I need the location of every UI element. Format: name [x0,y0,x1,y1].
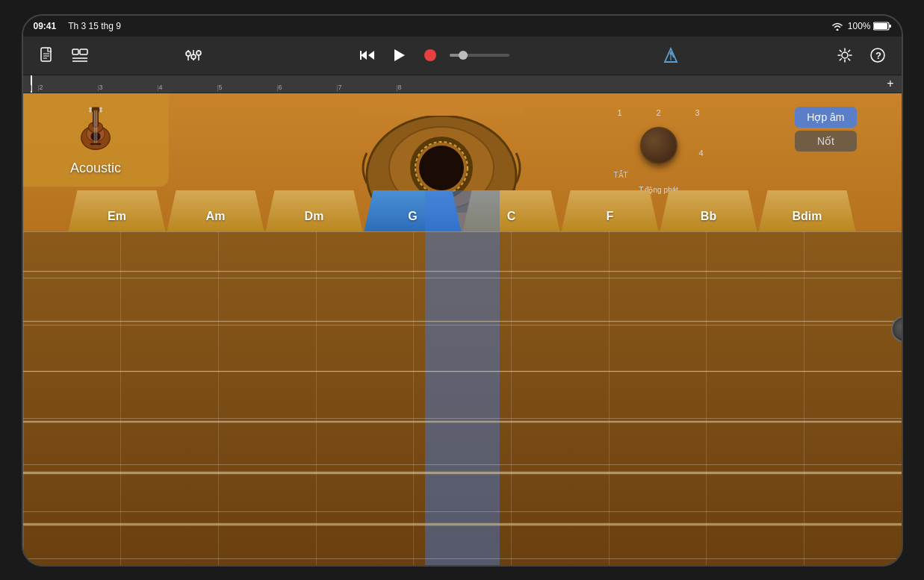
mixer-icon [185,47,202,63]
knob-container: 1 2 3 4 TẮT [610,108,707,183]
string-1 [23,271,902,272]
knob-pos-1: 1 [618,108,622,117]
metronome-button[interactable] [659,43,683,67]
toolbar-left [35,43,92,67]
acoustic-guitar-icon [69,104,122,156]
string-4 [23,421,902,422]
instrument-panel[interactable]: Acoustic [23,93,169,187]
knob-pos-3: 3 [695,108,699,117]
autoplay-section: 1 2 3 4 TẮT T.động phát [610,108,707,194]
string-5 [23,472,902,474]
gear-icon [837,47,853,63]
ruler-mark-5: 5 [217,84,277,91]
knob-off-label: TẮT [614,171,628,179]
svg-point-37 [89,109,92,112]
battery-percent: 100% [848,21,871,31]
toolbar: ? [23,37,902,75]
hop-am-button[interactable]: Hợp âm [795,107,856,128]
svg-rect-42 [90,143,101,145]
svg-point-16 [196,51,201,55]
settings-button[interactable] [833,43,857,67]
knob-pos-2: 2 [656,108,660,117]
battery-icon [873,22,891,31]
rewind-icon [359,47,376,63]
string-6 [23,523,902,526]
string-3 [23,371,902,372]
string-2 [23,321,902,322]
ipad-frame: 09:41 Th 3 15 thg 9 100% [22,14,903,567]
new-song-button[interactable] [35,43,59,67]
ruler-marks: 2 3 4 5 6 7 8 [31,75,456,93]
ruler-mark-4: 4 [158,84,217,91]
svg-point-21 [424,49,436,61]
rewind-button[interactable] [356,43,379,67]
svg-point-26 [842,52,848,58]
ruler-mark-7: 7 [337,84,397,91]
help-icon: ? [869,47,886,63]
status-time: 09:41 [34,21,57,31]
svg-rect-7 [72,49,78,54]
document-icon [39,47,55,63]
instrument-name: Acoustic [70,160,121,176]
svg-point-12 [186,52,190,56]
chord-key-am[interactable]: Am [167,190,265,235]
chord-key-bdim[interactable]: Bdim [758,190,857,235]
guitar-area: Acoustic [23,93,902,565]
svg-marker-20 [394,49,405,61]
svg-point-14 [191,54,196,59]
tracks-button[interactable] [68,43,92,67]
svg-point-36 [99,107,102,110]
chord-key-label: Em [108,210,126,223]
svg-point-46 [419,146,464,190]
chord-note-buttons: Hợp âm Nốt [795,107,856,152]
chord-key-label: Dm [305,210,324,223]
record-button[interactable] [418,43,442,67]
play-icon [391,47,407,63]
svg-point-38 [99,109,102,112]
svg-rect-8 [80,49,87,54]
svg-rect-48 [359,93,524,116]
fretboard [23,231,902,565]
metronome-icon [663,47,679,63]
chord-key-em[interactable]: Em [68,190,167,235]
timeline-ruler: 2 3 4 5 6 7 8 + [23,75,902,93]
autoplay-knob[interactable] [640,127,678,164]
ruler-mark-3: 3 [98,84,158,91]
svg-rect-2 [889,25,891,28]
svg-rect-19 [360,51,362,60]
status-date: Th 3 15 thg 9 [68,21,121,31]
chord-key-label: Bdim [793,210,822,223]
main-content: Acoustic [23,93,902,565]
svg-point-35 [89,107,92,110]
svg-marker-17 [361,51,367,60]
ruler-mark-8: 8 [397,84,456,91]
string-lines [23,231,902,565]
mixer-button[interactable] [182,43,205,67]
battery-indicator: 100% [848,21,891,31]
add-track-button[interactable]: + [887,77,893,90]
transport-progress[interactable] [450,54,509,57]
svg-text:?: ? [875,50,881,61]
play-button[interactable] [387,43,411,67]
chord-key-label: G [408,210,417,223]
chord-key-bb[interactable]: Bb [660,190,758,235]
toolbar-center [356,43,509,67]
tracks-icon [72,47,88,63]
chord-key-label: C [507,210,516,223]
chord-key-label: Am [206,210,226,223]
chord-key-f[interactable]: F [561,190,660,235]
transport-playhead [459,51,468,60]
status-bar: 09:41 Th 3 15 thg 9 100% [23,16,902,37]
not-button[interactable]: Nốt [795,131,856,152]
ruler-mark-2: 2 [38,84,98,91]
ruler-mark-6: 6 [277,84,337,91]
chord-key-label: F [607,210,614,223]
record-icon [422,47,438,63]
svg-rect-3 [41,48,51,61]
status-right: 100% [831,21,891,31]
chord-key-label: Bb [701,210,716,223]
svg-marker-18 [368,51,374,60]
help-button[interactable]: ? [866,43,890,67]
chord-key-dm[interactable]: Dm [265,190,364,235]
wifi-icon [831,22,843,31]
